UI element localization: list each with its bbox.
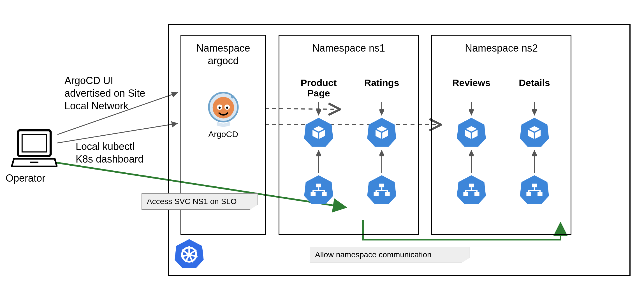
svg-rect-23	[385, 192, 390, 196]
ns1-productpage-pod	[303, 117, 334, 148]
ns1-ratings-label: Ratings	[351, 78, 413, 101]
svg-rect-15	[311, 192, 316, 196]
ns1-col-productpage: Product Page	[288, 78, 349, 205]
svg-rect-35	[532, 184, 537, 187]
svg-rect-37	[538, 192, 543, 196]
namespace-ns2: Namespace ns2 Reviews	[431, 35, 571, 235]
svg-rect-28	[469, 184, 474, 187]
operator-ui-note: ArgoCD UI advertised on Site Local Netwo…	[64, 74, 145, 112]
svg-point-7	[218, 107, 221, 109]
operator-label: Operator	[6, 172, 45, 184]
ns1-productpage-label: Product Page	[288, 78, 349, 101]
cluster-frame: Namespace argocd ArgoCD	[168, 24, 631, 276]
ns2-details-label: Details	[504, 78, 565, 101]
ns1-productpage-svc	[303, 174, 334, 205]
svg-rect-14	[316, 184, 321, 187]
operator-kubectl-note: Local kubectl K8s dashboard	[76, 140, 143, 165]
ns1-col-ratings: Ratings	[351, 78, 413, 205]
ns2-col-reviews: Reviews	[441, 78, 502, 205]
ns-ns1-title: Namespace ns1	[279, 42, 418, 54]
ns2-reviews-label: Reviews	[441, 78, 502, 101]
argocd-icon	[207, 90, 239, 127]
ns2-details-svc	[519, 174, 550, 205]
svg-rect-21	[379, 184, 384, 187]
svg-rect-22	[374, 192, 379, 196]
ns2-details-pod	[519, 117, 550, 148]
ns-ns2-title: Namespace ns2	[432, 42, 571, 54]
ns1-ratings-svc	[366, 174, 397, 205]
ns2-reviews-svc	[456, 174, 487, 205]
ns-argocd-title: Namespace argocd	[181, 42, 265, 67]
svg-rect-30	[474, 192, 479, 196]
svg-rect-36	[526, 192, 531, 196]
svg-rect-29	[463, 192, 468, 196]
note-access-svc: Access SVC NS1 on SLO	[142, 193, 258, 210]
svg-rect-16	[322, 192, 327, 196]
laptop-icon	[11, 128, 57, 171]
note-allow-ns-comm: Allow namespace communication	[310, 247, 469, 263]
svg-point-8	[226, 107, 228, 109]
ns2-reviews-pod	[456, 117, 487, 148]
namespace-ns1: Namespace ns1 Product Page	[279, 35, 419, 235]
ns2-col-details: Details	[504, 78, 565, 205]
ns1-ratings-pod	[366, 117, 397, 148]
kubernetes-logo-icon	[174, 238, 205, 269]
svg-rect-1	[22, 134, 47, 152]
argocd-caption: ArgoCD	[181, 129, 265, 139]
svg-point-9	[231, 95, 234, 99]
